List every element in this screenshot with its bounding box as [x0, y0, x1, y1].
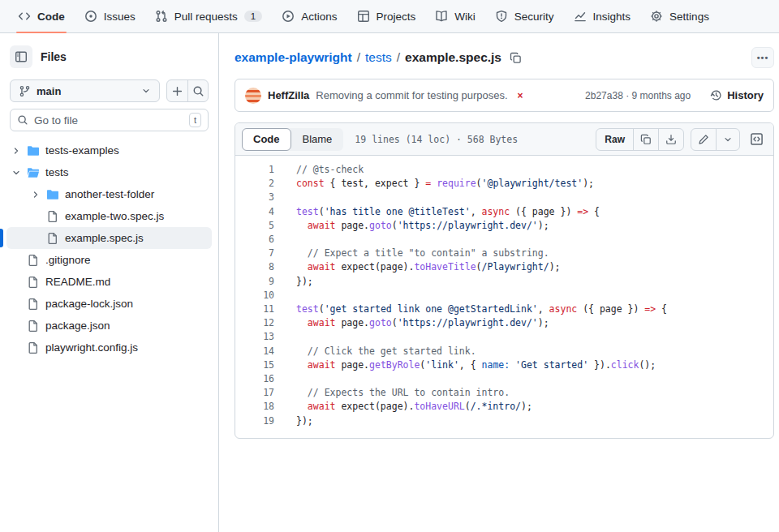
new-file-button[interactable]	[167, 80, 187, 101]
tree-item-example-spec[interactable]: example.spec.js	[6, 227, 212, 249]
line-number[interactable]: 12	[235, 316, 274, 330]
line-number[interactable]: 4	[235, 205, 274, 219]
chevron-down-icon	[141, 86, 151, 96]
line-number[interactable]: 16	[235, 372, 274, 386]
tab-pull-requests[interactable]: Pull requests 1	[147, 0, 270, 32]
tree-item-label: example.spec.js	[65, 232, 144, 244]
folder-icon	[27, 144, 40, 157]
tab-settings[interactable]: Settings	[642, 0, 717, 32]
line-number[interactable]: 15	[235, 358, 274, 372]
chevron-right-icon	[11, 146, 21, 156]
search-tree-button[interactable]	[187, 80, 208, 101]
line-number[interactable]: 2	[235, 177, 274, 191]
go-to-file-placeholder: Go to file	[34, 114, 183, 127]
tab-label: Issues	[104, 11, 136, 23]
tab-wiki[interactable]: Wiki	[427, 0, 484, 32]
line-number[interactable]: 1	[235, 163, 274, 177]
tree-item-example-two-spec[interactable]: example-two.spec.js	[6, 205, 212, 227]
branch-selector[interactable]: main	[10, 79, 160, 102]
download-icon	[665, 134, 677, 145]
tree-item-package-lock[interactable]: package-lock.json	[6, 293, 212, 315]
code-text: // @ts-check	[274, 163, 364, 177]
history-clock-icon	[710, 89, 722, 101]
line-number[interactable]: 19	[235, 414, 274, 428]
avatar[interactable]	[245, 88, 261, 104]
code-text: });	[274, 275, 313, 289]
tab-code[interactable]: Code	[10, 0, 73, 32]
file-icon	[27, 341, 40, 354]
file-tree: tests-examples tests another-test-folder…	[6, 139, 212, 358]
tab-actions[interactable]: Actions	[273, 0, 345, 32]
line-number[interactable]: 17	[235, 386, 274, 400]
commit-author-link[interactable]: HeffZilla	[268, 89, 309, 101]
history-label: History	[727, 89, 764, 101]
breadcrumb-dir-link[interactable]: tests	[365, 50, 392, 65]
commit-message-link[interactable]: Removing a commit for testing purposes.	[316, 89, 507, 101]
code-text: });	[274, 414, 313, 428]
edit-group	[691, 128, 740, 151]
line-number[interactable]: 10	[235, 289, 274, 302]
more-options-button[interactable]: •••	[751, 47, 774, 68]
collapse-sidebar-button[interactable]	[10, 45, 32, 68]
tree-item-tests[interactable]: tests	[6, 161, 212, 183]
code-line: 13	[235, 330, 773, 344]
tree-item-package-json[interactable]: package.json	[6, 315, 212, 337]
breadcrumb: example-playwright / tests / example.spe…	[235, 50, 501, 65]
code-text: test('has title one @titleTest', async (…	[274, 205, 600, 219]
tab-issues[interactable]: Issues	[76, 0, 144, 32]
symbols-panel-button[interactable]	[747, 132, 767, 146]
code-line: 3	[235, 191, 773, 204]
raw-copy-download-group: Raw	[596, 128, 684, 151]
repo-tab-nav: Code Issues Pull requests 1 Actions Proj…	[0, 0, 779, 33]
code-icon	[18, 10, 31, 23]
tree-item-tests-examples[interactable]: tests-examples	[6, 139, 212, 161]
line-number[interactable]: 7	[235, 247, 274, 260]
copy-path-button[interactable]	[510, 52, 522, 64]
copy-file-button[interactable]	[633, 129, 658, 150]
file-icon	[46, 232, 59, 245]
line-number[interactable]: 3	[235, 191, 274, 204]
raw-button[interactable]: Raw	[596, 129, 633, 150]
tab-projects[interactable]: Projects	[349, 0, 424, 32]
table-icon	[357, 10, 370, 23]
code-line: 10	[235, 289, 773, 302]
tree-item-readme[interactable]: README.md	[6, 271, 212, 293]
line-number[interactable]: 6	[235, 233, 274, 247]
code-text: const { test, expect } = require('@playw…	[274, 177, 594, 191]
line-number[interactable]: 5	[235, 219, 274, 233]
tab-label: Pull requests	[174, 11, 238, 23]
check-failed-icon[interactable]: ×	[518, 90, 523, 101]
tree-item-another-test-folder[interactable]: another-test-folder	[6, 183, 212, 205]
line-number[interactable]: 11	[235, 302, 274, 316]
folder-icon	[46, 188, 59, 201]
files-sidebar: Files main Go to file t	[0, 33, 219, 532]
code-text: await page.getByRole('link', { name: 'Ge…	[274, 358, 656, 372]
line-number[interactable]: 9	[235, 275, 274, 289]
code-text	[274, 330, 296, 344]
code-line: 5 await page.goto('https://playwright.de…	[235, 219, 773, 233]
line-number[interactable]: 8	[235, 260, 274, 274]
code-text	[274, 233, 296, 247]
breadcrumb-repo-link[interactable]: example-playwright	[235, 50, 352, 65]
tab-code-view[interactable]: Code	[242, 128, 291, 151]
tree-item-gitignore[interactable]: .gitignore	[6, 249, 212, 271]
history-button[interactable]: History	[710, 89, 764, 101]
tab-insights[interactable]: Insights	[566, 0, 639, 32]
git-branch-icon	[19, 85, 31, 97]
code-line: 15 await page.getByRole('link', { name: …	[235, 358, 773, 372]
edit-dropdown-button[interactable]	[716, 129, 739, 150]
tab-blame-view[interactable]: Blame	[291, 128, 344, 151]
code-line: 12 await page.goto('https://playwright.d…	[235, 316, 773, 330]
tab-security[interactable]: Security	[487, 0, 562, 32]
code-line: 6	[235, 233, 773, 247]
line-number[interactable]: 18	[235, 400, 274, 414]
download-button[interactable]	[658, 129, 683, 150]
go-to-file-input[interactable]: Go to file t	[10, 109, 209, 131]
line-number[interactable]: 13	[235, 330, 274, 344]
edit-pencil-button[interactable]	[691, 129, 716, 150]
tree-item-playwright-config[interactable]: playwright.config.js	[6, 337, 212, 358]
code-text	[274, 289, 296, 302]
line-number[interactable]: 14	[235, 345, 274, 358]
latest-commit-bar: HeffZilla Removing a commit for testing …	[235, 79, 774, 112]
tab-label: Security	[514, 11, 554, 23]
